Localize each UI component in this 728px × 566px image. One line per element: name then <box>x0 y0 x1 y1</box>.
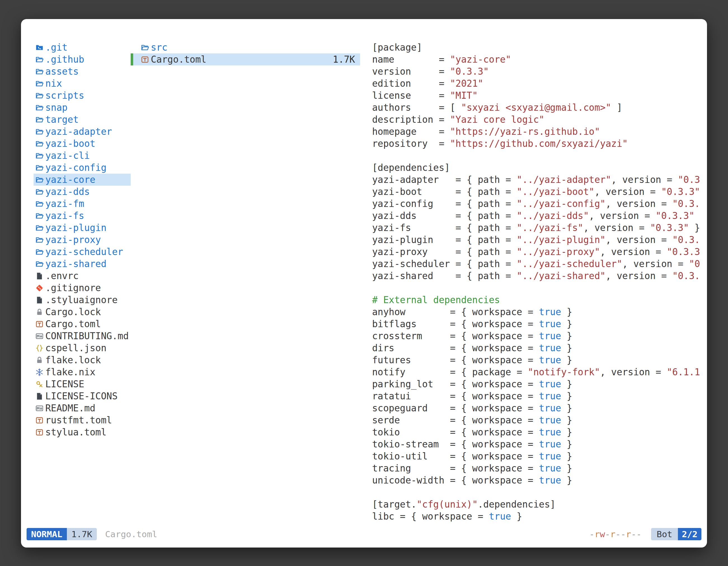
preview-line: yazi-plugin = { path = "../yazi-plugin",… <box>372 234 707 246</box>
toml-icon <box>34 414 45 426</box>
preview-line: bitflags = { workspace = true } <box>372 318 707 330</box>
file-name: yazi-proxy <box>45 234 101 246</box>
file-icon <box>34 294 45 306</box>
preview-line <box>372 150 707 162</box>
file-row[interactable]: CONTRIBUTING.md <box>34 330 131 342</box>
selection-marker <box>131 41 133 53</box>
preview-line: unicode-width = { workspace = true } <box>372 474 707 486</box>
file-row[interactable]: yazi-proxy <box>34 234 131 246</box>
preview-line: tokio-util = { workspace = true } <box>372 450 707 462</box>
file-row[interactable]: snap <box>34 102 131 114</box>
file-row[interactable]: .styluaignore <box>34 294 131 306</box>
folder-icon <box>34 65 45 78</box>
file-name: Cargo.toml <box>151 53 206 65</box>
json-icon <box>34 342 45 354</box>
parent-pane[interactable]: .git.githubassetsnixscriptssnaptargetyaz… <box>34 41 131 438</box>
file-name: yazi-fm <box>45 198 84 210</box>
file-row[interactable]: assets <box>34 65 131 78</box>
file-row[interactable]: nix <box>34 78 131 90</box>
folder-icon <box>34 198 45 210</box>
preview-line: futures = { workspace = true } <box>372 354 707 366</box>
yazi-file-manager-window: .git.githubassetsnixscriptssnaptargetyaz… <box>21 19 707 548</box>
file-row[interactable]: yazi-scheduler <box>34 246 131 258</box>
file-icon <box>34 390 45 402</box>
file-row[interactable]: README.md <box>34 402 131 414</box>
file-row[interactable]: yazi-dds <box>34 186 131 198</box>
preview-line: yazi-proxy = { path = "../yazi-proxy", v… <box>372 246 707 258</box>
preview-line: # External dependencies <box>372 294 707 306</box>
preview-line: [package] <box>372 41 707 53</box>
preview-pane[interactable]: [package]name = "yazi-core"version = "0.… <box>372 41 707 522</box>
file-row[interactable]: Cargo.toml1.7K <box>131 53 360 65</box>
preview-line: yazi-boot = { path = "../yazi-boot", ver… <box>372 186 707 198</box>
current-pane[interactable]: srcCargo.toml1.7K <box>131 41 360 65</box>
preview-line: dirs = { workspace = true } <box>372 342 707 354</box>
file-row[interactable]: Cargo.toml <box>34 318 131 330</box>
preview-line: serde = { workspace = true } <box>372 414 707 426</box>
file-row[interactable]: yazi-core <box>34 174 131 186</box>
mode-indicator: NORMAL <box>27 528 67 540</box>
preview-line: description = "Yazi core logic" <box>372 114 707 126</box>
status-bar: NORMAL 1.7K Cargo.toml -rw-r--r-- Bot 2/… <box>27 528 701 540</box>
markdown-icon <box>34 330 45 342</box>
file-name: yazi-scheduler <box>45 246 123 258</box>
file-row[interactable]: yazi-boot <box>34 138 131 150</box>
file-name: src <box>151 41 168 53</box>
folder-icon <box>34 174 45 186</box>
file-row[interactable]: LICENSE-ICONS <box>34 390 131 402</box>
folder-icon <box>34 186 45 198</box>
preview-line: ratatui = { workspace = true } <box>372 390 707 402</box>
file-row[interactable]: stylua.toml <box>34 426 131 438</box>
file-row[interactable]: rustfmt.toml <box>34 414 131 426</box>
file-row[interactable]: yazi-fm <box>34 198 131 210</box>
file-row[interactable]: flake.nix <box>34 366 131 378</box>
preview-line: yazi-dds = { path = "../yazi-dds", versi… <box>372 210 707 222</box>
preview-line: name = "yazi-core" <box>372 53 707 65</box>
statusbar-spacer <box>157 528 589 540</box>
file-row[interactable]: scripts <box>34 90 131 102</box>
folder-icon <box>34 222 45 234</box>
preview-line: yazi-fs = { path = "../yazi-fs", version… <box>372 222 707 234</box>
preview-line: yazi-adapter = { path = "../yazi-adapter… <box>372 174 707 186</box>
toml-icon <box>34 318 45 330</box>
statusbar-filename: Cargo.toml <box>105 528 158 540</box>
toml-icon <box>34 426 45 438</box>
file-row[interactable]: yazi-adapter <box>34 126 131 138</box>
file-row[interactable]: flake.lock <box>34 354 131 366</box>
file-name: flake.nix <box>45 366 95 378</box>
license-icon <box>34 378 45 390</box>
file-name: .github <box>45 53 84 65</box>
preview-line: [target."cfg(unix)".dependencies] <box>372 498 707 510</box>
file-row[interactable]: src <box>131 41 360 53</box>
file-row[interactable]: .envrc <box>34 270 131 282</box>
file-row[interactable]: LICENSE <box>34 378 131 390</box>
file-row[interactable]: cspell.json <box>34 342 131 354</box>
file-name: yazi-core <box>45 174 95 186</box>
file-row[interactable]: .gitignore <box>34 282 131 294</box>
file-size-indicator: 1.7K <box>67 528 97 540</box>
file-row[interactable]: .github <box>34 53 131 65</box>
file-row[interactable]: yazi-config <box>34 162 131 174</box>
folder-icon <box>34 246 45 258</box>
file-row[interactable]: yazi-fs <box>34 210 131 222</box>
preview-line: parking_lot = { workspace = true } <box>372 378 707 390</box>
file-name: .envrc <box>45 270 79 282</box>
file-name: stylua.toml <box>45 426 107 438</box>
folder-icon <box>34 234 45 246</box>
file-name: LICENSE-ICONS <box>45 390 118 402</box>
file-row[interactable]: target <box>34 114 131 126</box>
file-row[interactable]: Cargo.lock <box>34 306 131 318</box>
file-name: yazi-cli <box>45 150 90 162</box>
file-row[interactable]: .git <box>34 41 131 53</box>
file-row[interactable]: yazi-plugin <box>34 222 131 234</box>
preview-line: license = "MIT" <box>372 90 707 102</box>
file-row[interactable]: yazi-shared <box>34 258 131 270</box>
toml-icon <box>139 53 151 65</box>
file-size: 1.7K <box>333 53 360 65</box>
git-icon <box>34 282 45 294</box>
preview-line: libc = { workspace = true } <box>372 510 707 522</box>
file-name: .git <box>45 41 67 53</box>
file-row[interactable]: yazi-cli <box>34 150 131 162</box>
file-name: yazi-fs <box>45 210 84 222</box>
preview-line: [dependencies] <box>372 162 707 174</box>
